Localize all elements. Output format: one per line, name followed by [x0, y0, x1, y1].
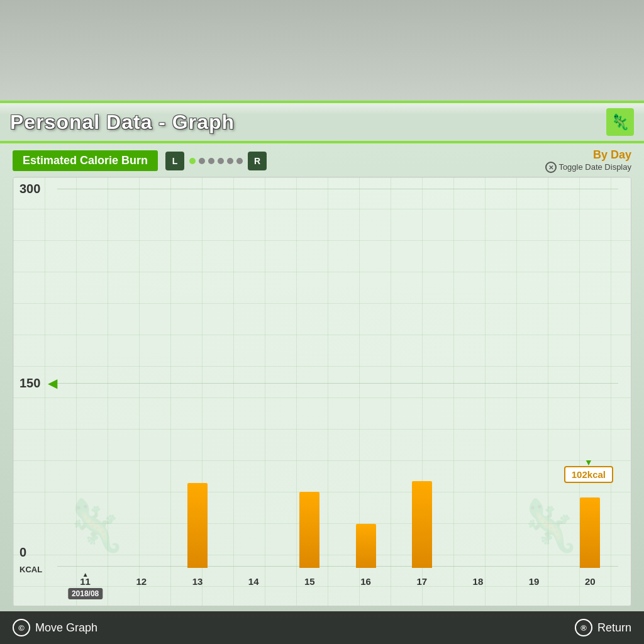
return-icon: ®: [575, 619, 592, 636]
bar-13: [187, 483, 208, 568]
bar-col-13: [185, 483, 210, 568]
avatar: 🦎: [606, 108, 634, 136]
graph-header: Estimated Calorie Burn L R: [13, 148, 631, 173]
x-label-19: 19: [521, 576, 547, 587]
x-label-11: 11▲2018/08: [73, 576, 98, 587]
dot-5: [227, 158, 233, 164]
move-graph-button[interactable]: © Move Graph: [13, 619, 97, 636]
tooltip-arrow: ▼: [584, 457, 593, 467]
gridline-top: [57, 189, 618, 189]
calorie-label: Estimated Calorie Burn: [13, 150, 158, 171]
nav-left-button[interactable]: L: [165, 152, 184, 170]
dot-3: [208, 158, 214, 164]
arrow-150: ◀: [48, 375, 57, 391]
x-label-15: 15: [297, 576, 322, 587]
date-badge: 2018/08: [68, 588, 103, 599]
bar-15: [299, 492, 319, 568]
right-info: By Day ✕ Toggle Date Display: [545, 148, 631, 173]
bar-col-15: [297, 492, 322, 568]
return-label: Return: [597, 621, 631, 635]
y-label-300: 300: [19, 182, 40, 196]
x-label-14: 14: [241, 576, 266, 587]
x-label-13: 13: [185, 576, 210, 587]
x-label-18: 18: [465, 576, 491, 587]
bar-col-17: [409, 481, 435, 568]
x-label-12: 12: [129, 576, 154, 587]
by-day-label: By Day: [545, 148, 631, 162]
bottom-bar: © Move Graph ® Return: [0, 611, 644, 644]
page-title: Personal Data - Graph: [10, 111, 235, 134]
toggle-hint: ✕ Toggle Date Display: [545, 162, 631, 173]
x-labels: 11▲2018/08121314151617181920: [57, 576, 618, 587]
bar-20: [580, 497, 600, 568]
x-arrow-11: ▲: [82, 571, 89, 578]
return-button[interactable]: ® Return: [575, 619, 631, 636]
nav-right-button[interactable]: R: [248, 152, 267, 170]
dot-6: [236, 158, 243, 164]
title-bar: Personal Data - Graph 🦎: [0, 101, 644, 143]
main-content: Personal Data - Graph 🦎 Estimated Calori…: [0, 101, 644, 644]
dot-1: [189, 158, 196, 164]
toggle-icon[interactable]: ✕: [545, 162, 557, 173]
nav-controls: L R: [165, 152, 267, 170]
bar-17: [412, 481, 432, 568]
move-graph-label: Move Graph: [35, 621, 97, 635]
bar-col-20: [577, 497, 602, 568]
bars-area: [57, 481, 618, 568]
kcal-label: KCAL: [19, 565, 42, 574]
x-label-17: 17: [409, 576, 435, 587]
x-label-20: 20: [577, 576, 602, 587]
y-label-150: 150: [19, 375, 40, 390]
top-gray-bar: [0, 0, 644, 101]
dot-4: [218, 158, 224, 164]
gridline-mid: [57, 383, 618, 384]
move-graph-icon: ©: [13, 619, 30, 636]
tooltip: ▼ 102kcal: [564, 466, 613, 483]
bar-col-16: [353, 524, 379, 568]
chart-container: 🦎 🦎 300 150 0 ◀ KCAL ▼ 102kcal: [13, 177, 631, 606]
x-label-16: 16: [353, 576, 379, 587]
graph-section: Estimated Calorie Burn L R: [0, 143, 644, 611]
dot-2: [199, 158, 205, 164]
y-label-0: 0: [19, 545, 26, 560]
bar-16: [356, 524, 376, 568]
nav-dots: [189, 158, 243, 164]
tooltip-value: 102kcal: [572, 469, 606, 480]
